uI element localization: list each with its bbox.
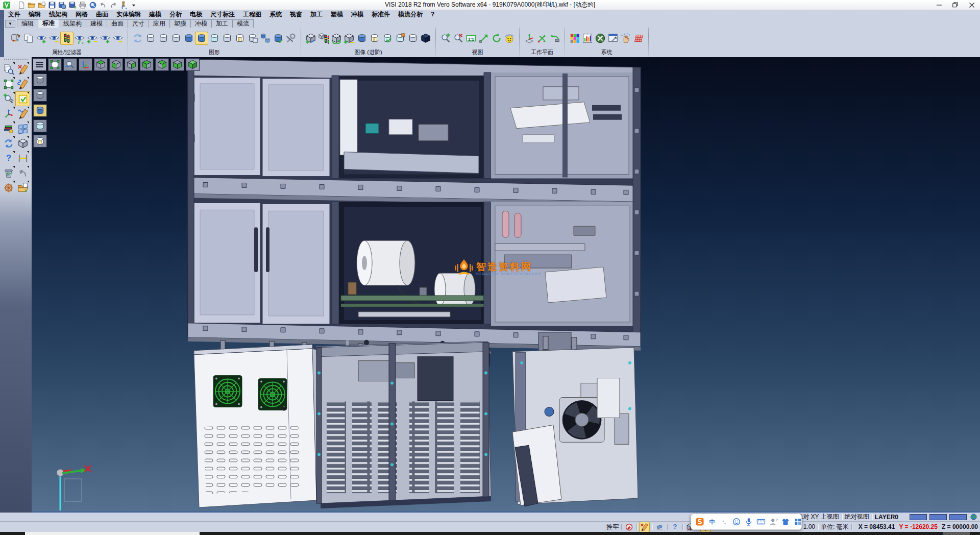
menu-item-7[interactable]: 分析 xyxy=(165,10,186,19)
tab-overflow-button[interactable]: ▼ xyxy=(5,20,15,28)
vp-view-iso-icon[interactable] xyxy=(186,58,200,71)
vp-frame-icon[interactable] xyxy=(48,58,62,71)
ime-skin-icon[interactable] xyxy=(780,517,791,527)
hide-remove-icon[interactable] xyxy=(48,32,60,44)
shade-pair-icon[interactable] xyxy=(259,32,272,44)
ghost-icon[interactable] xyxy=(221,32,233,44)
ime-person-icon[interactable]: ? xyxy=(768,517,778,527)
zoom-1to1-icon[interactable]: 1:1 xyxy=(465,32,477,44)
menu-item-0[interactable]: 文件 xyxy=(4,10,24,19)
workplane-xy-icon[interactable] xyxy=(523,32,535,44)
refresh-view-icon[interactable] xyxy=(491,32,503,44)
vp-menu-icon[interactable] xyxy=(33,58,46,71)
edit-delete-icon[interactable] xyxy=(16,62,30,76)
menu-item-6[interactable]: 建模 xyxy=(145,10,165,19)
solid-flag-icon[interactable] xyxy=(394,32,406,44)
entity-toggle-icon[interactable] xyxy=(343,32,355,44)
history-icon[interactable] xyxy=(119,1,128,10)
solid-icon[interactable] xyxy=(16,136,30,150)
copy-attributes-icon[interactable] xyxy=(22,32,35,44)
minimize-button[interactable] xyxy=(931,0,947,10)
menu-item-17[interactable]: 模流分析 xyxy=(394,10,427,19)
ime-toolbox-icon[interactable] xyxy=(793,517,803,527)
tab-加工[interactable]: 加工 xyxy=(211,19,233,28)
shade-arrow-icon[interactable] xyxy=(272,32,284,44)
undo-step-icon[interactable] xyxy=(16,166,30,180)
preview-icon[interactable] xyxy=(88,1,97,10)
layer-color-swatch-1[interactable] xyxy=(929,514,947,520)
status-help-icon[interactable]: ? xyxy=(670,522,680,532)
menu-item-4[interactable]: 曲面 xyxy=(92,10,112,19)
tab-曲面[interactable]: 曲面 xyxy=(107,19,128,28)
solid-check-icon[interactable] xyxy=(381,32,394,44)
export-icon[interactable] xyxy=(16,181,30,194)
tab-应用[interactable]: 应用 xyxy=(149,19,170,28)
regen-icon[interactable] xyxy=(2,136,15,150)
redo-icon[interactable] xyxy=(109,1,118,10)
sogou-logo-icon[interactable] xyxy=(695,517,705,527)
hatched-icon[interactable] xyxy=(234,32,246,44)
toggle-visibility-icon[interactable] xyxy=(86,32,99,44)
navigate-wheel-icon[interactable] xyxy=(2,181,15,194)
entity-refresh-icon[interactable] xyxy=(330,32,342,44)
undo-icon[interactable] xyxy=(99,1,108,10)
shaded-icon[interactable] xyxy=(183,32,195,44)
vp-view-right-icon[interactable] xyxy=(140,58,154,71)
center-louver-cabinet[interactable] xyxy=(316,343,491,508)
attributes-icon[interactable] xyxy=(2,121,15,135)
print-icon[interactable] xyxy=(78,1,87,10)
hide-all-icon[interactable] xyxy=(112,32,124,44)
vp-view-top-icon[interactable] xyxy=(94,58,108,71)
tab-冲模[interactable]: 冲模 xyxy=(190,19,212,28)
ucs-move-icon[interactable] xyxy=(2,107,15,120)
measure-icon[interactable] xyxy=(16,151,30,165)
visi-logo[interactable] xyxy=(2,1,11,10)
attribute-paint-icon[interactable] xyxy=(10,32,22,44)
vp-shaded-icon[interactable] xyxy=(33,104,47,117)
solid-hatch-icon[interactable] xyxy=(369,32,381,44)
render-mode-icon[interactable] xyxy=(503,32,516,44)
toolbar-grip[interactable] xyxy=(4,59,28,61)
spline-edit-icon[interactable] xyxy=(16,77,30,91)
vp-shaded-edges-icon[interactable] xyxy=(33,119,47,132)
tab-塑膜[interactable]: 塑膜 xyxy=(169,19,191,28)
shade-refresh-icon[interactable] xyxy=(132,32,144,44)
left-fan-cabinet[interactable] xyxy=(194,345,326,507)
menu-item-5[interactable]: 实体编辑 xyxy=(112,10,145,19)
vp-hatch-icon[interactable] xyxy=(33,135,47,148)
menu-item-13[interactable]: 加工 xyxy=(306,10,327,19)
workplane-reset-icon[interactable] xyxy=(549,32,561,44)
ime-lang-icon[interactable]: 中 xyxy=(707,517,717,527)
upper-cabinet[interactable] xyxy=(188,59,641,351)
ime-mic-icon[interactable] xyxy=(744,517,754,527)
vp-hidden-icon[interactable] xyxy=(33,89,47,102)
vp-wireframe-icon[interactable] xyxy=(33,74,47,86)
tab-模流[interactable]: 模流 xyxy=(232,19,254,28)
ime-punct-icon[interactable]: ’, xyxy=(719,517,729,527)
tab-标准[interactable]: 标准 xyxy=(38,19,59,28)
taskbar-search-box[interactable] xyxy=(25,532,200,535)
shaded-edges-icon[interactable] xyxy=(195,32,208,44)
layout-icon[interactable] xyxy=(16,121,30,135)
menu-item-11[interactable]: 系统 xyxy=(265,10,286,19)
qat-dropdown-icon[interactable] xyxy=(129,1,138,10)
solid-shade-icon[interactable] xyxy=(356,32,368,44)
ime-emoji-icon[interactable] xyxy=(731,517,742,527)
color-table-icon[interactable] xyxy=(569,32,581,44)
entity-filter-icon[interactable] xyxy=(317,32,330,44)
tab-线架构[interactable]: 线架构 xyxy=(59,19,86,28)
preview-search-icon[interactable] xyxy=(2,62,15,76)
save-all-icon[interactable] xyxy=(68,1,77,10)
layer-color-swatch-0[interactable] xyxy=(910,514,927,520)
vp-view-bottom-icon[interactable] xyxy=(109,58,123,71)
globe-icon[interactable] xyxy=(969,513,978,521)
tab-建模[interactable]: 建模 xyxy=(86,19,107,28)
options-icon[interactable] xyxy=(607,32,619,44)
confirm-icon[interactable] xyxy=(16,92,30,106)
settings-icon[interactable] xyxy=(594,32,606,44)
wireframe-icon[interactable] xyxy=(144,32,157,44)
solid-dark-icon[interactable] xyxy=(420,32,432,44)
report-icon[interactable] xyxy=(581,32,594,44)
restore-button[interactable] xyxy=(947,0,964,10)
open-folder-icon[interactable] xyxy=(27,1,36,10)
